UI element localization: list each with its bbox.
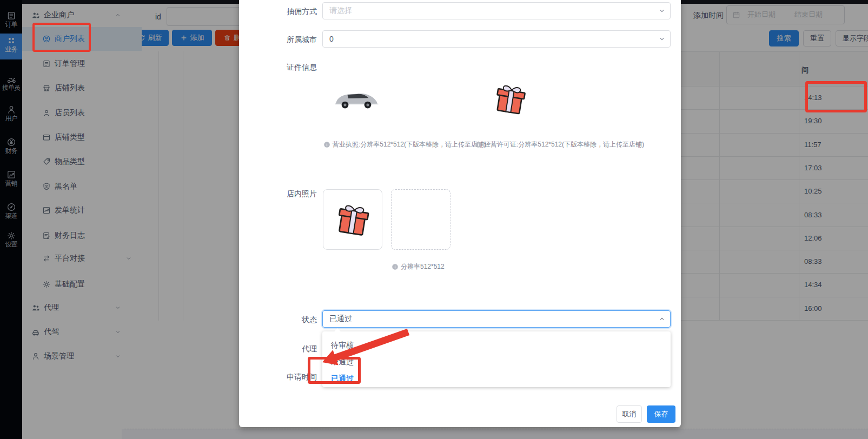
status-value: 已通过 — [329, 314, 352, 324]
apply-time-label: 申请时间 — [252, 373, 317, 382]
info-icon — [475, 141, 482, 148]
gift-image — [331, 197, 374, 242]
city-value: 0 — [329, 35, 334, 43]
agent-label: 代理 — [252, 344, 317, 354]
photo-upload-box[interactable] — [391, 189, 450, 250]
chevron-down-icon — [658, 35, 666, 43]
annotation-box-merchant-list — [32, 23, 91, 52]
cancel-button[interactable]: 取消 — [617, 405, 642, 423]
chevron-up-icon — [658, 315, 666, 323]
status-option-3[interactable]: 已通过 — [322, 370, 671, 387]
annotation-box-edit-button — [805, 81, 867, 112]
license-note: 营业执照:分辨率512*512(下版本移除，请上传至店铺) — [323, 140, 486, 149]
shop-photo-thumbnail[interactable] — [323, 189, 382, 250]
save-button[interactable]: 保存 — [647, 405, 675, 423]
photo-note: 分辨率512*512 — [392, 262, 445, 271]
business-license-image[interactable] — [332, 85, 381, 111]
info-icon — [323, 141, 330, 148]
shop-photos-label: 店内照片 — [252, 189, 317, 199]
info-icon — [392, 263, 399, 270]
city-label: 所属城市 — [252, 35, 317, 45]
certificates-label: 证件信息 — [252, 63, 317, 72]
city-select[interactable]: 0 — [322, 30, 671, 48]
commission-placeholder: 请选择 — [329, 6, 352, 16]
status-label: 状态 — [252, 315, 317, 325]
edit-merchant-modal: 抽佣方式 请选择 所属城市 0 证件信息 营 — [239, 0, 681, 427]
permit-note: 经营许可证:分辨率512*512(下版本移除，请上传至店铺) — [475, 140, 644, 149]
commission-label: 抽佣方式 — [252, 7, 317, 17]
commission-select[interactable]: 请选择 — [322, 2, 671, 19]
business-permit-image[interactable] — [489, 78, 531, 120]
chevron-down-icon — [658, 7, 666, 15]
annotation-arrow — [311, 324, 419, 368]
